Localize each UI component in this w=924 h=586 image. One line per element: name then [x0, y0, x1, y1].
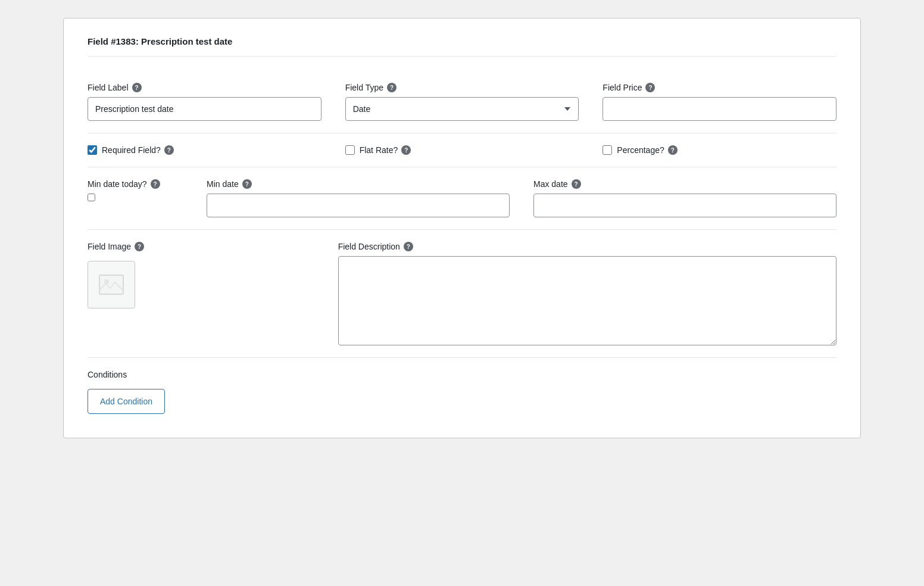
percentage-checkbox[interactable] [603, 145, 612, 155]
max-date-input[interactable] [533, 194, 836, 217]
min-date-today-label: Min date today? ? [88, 179, 183, 189]
field-image-label: Field Image ? [88, 242, 314, 251]
checkboxes-row: Required Field? ? Flat Rate? ? [88, 145, 836, 155]
field-label-label: Field Label ? [88, 83, 321, 92]
min-date-input[interactable] [207, 194, 510, 217]
checkboxes-section: Required Field? ? Flat Rate? ? [88, 133, 836, 167]
card-title: Field #1383: Prescription test date [88, 36, 836, 57]
field-description-help-icon[interactable]: ? [404, 242, 413, 251]
field-description-group: Field Description ? [338, 242, 836, 345]
field-price-group: Field Price ? [603, 83, 836, 121]
flat-rate-group: Flat Rate? ? [345, 145, 579, 155]
field-type-select[interactable]: Date Text Number Email Select Textarea C… [345, 97, 579, 121]
flat-rate-checkbox-group: Flat Rate? ? [345, 145, 579, 155]
field-price-label: Field Price ? [603, 83, 836, 92]
flat-rate-checkbox-label[interactable]: Flat Rate? ? [360, 145, 411, 155]
flat-rate-checkbox[interactable] [345, 145, 355, 155]
field-type-help-icon[interactable]: ? [387, 83, 397, 92]
field-description-textarea[interactable] [338, 256, 836, 345]
basic-fields-row: Field Label ? Field Type ? Date [88, 83, 836, 121]
image-placeholder-icon [97, 270, 126, 299]
date-row: Min date today? ? Min date ? [88, 179, 836, 217]
field-price-help-icon[interactable]: ? [645, 83, 655, 92]
percentage-help-icon[interactable]: ? [668, 145, 678, 155]
svg-rect-0 [99, 275, 123, 294]
field-label-group: Field Label ? [88, 83, 321, 121]
conditions-title: Conditions [88, 370, 836, 379]
field-type-text: Field Type [345, 83, 383, 92]
field-label-help-icon[interactable]: ? [132, 83, 142, 92]
min-date-label: Min date ? [207, 179, 510, 189]
min-date-today-checkbox[interactable] [88, 194, 95, 201]
image-description-row: Field Image ? Field Description [88, 242, 836, 345]
percentage-checkbox-label[interactable]: Percentage? ? [617, 145, 677, 155]
min-date-today-help-icon[interactable]: ? [151, 179, 160, 189]
field-type-label: Field Type ? [345, 83, 579, 92]
field-label-input[interactable] [88, 97, 321, 121]
field-image-group: Field Image ? [88, 242, 314, 308]
required-field-help-icon[interactable]: ? [164, 145, 174, 155]
min-date-help-icon[interactable]: ? [242, 179, 252, 189]
image-description-section: Field Image ? Field Description [88, 230, 836, 358]
date-section: Min date today? ? Min date ? [88, 167, 836, 230]
field-price-input[interactable] [603, 97, 836, 121]
min-date-group: Min date ? [207, 179, 510, 217]
field-image-help-icon[interactable]: ? [135, 242, 144, 251]
max-date-label: Max date ? [533, 179, 836, 189]
basic-fields-section: Field Label ? Field Type ? Date [88, 71, 836, 133]
field-editor-card: Field #1383: Prescription test date Fiel… [63, 18, 861, 438]
flat-rate-help-icon[interactable]: ? [401, 145, 411, 155]
required-field-group: Required Field? ? [88, 145, 321, 155]
required-field-checkbox-group: Required Field? ? [88, 145, 321, 155]
field-price-text: Field Price [603, 83, 642, 92]
field-image-placeholder[interactable] [88, 261, 135, 308]
min-date-today-checkbox-wrapper [88, 194, 183, 203]
required-field-checkbox[interactable] [88, 145, 97, 155]
field-type-group: Field Type ? Date Text Number Email Sele… [345, 83, 579, 121]
field-type-select-wrapper: Date Text Number Email Select Textarea C… [345, 97, 579, 121]
max-date-group: Max date ? [533, 179, 836, 217]
percentage-group: Percentage? ? [603, 145, 836, 155]
field-description-label: Field Description ? [338, 242, 836, 251]
field-label-text: Field Label [88, 83, 129, 92]
min-date-today-group: Min date today? ? [88, 179, 183, 203]
required-field-checkbox-label[interactable]: Required Field? ? [102, 145, 174, 155]
percentage-checkbox-group: Percentage? ? [603, 145, 836, 155]
add-condition-button[interactable]: Add Condition [88, 389, 165, 414]
conditions-section: Conditions Add Condition [88, 358, 836, 414]
max-date-help-icon[interactable]: ? [572, 179, 581, 189]
